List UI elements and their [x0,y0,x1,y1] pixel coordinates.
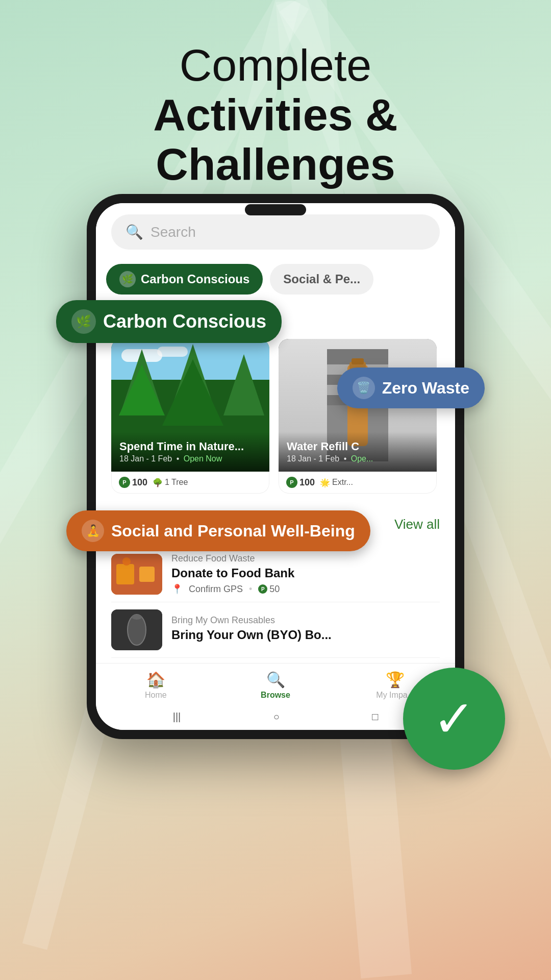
tab-carbon-label: Carbon Conscious [141,272,249,286]
app-content: 🔍 Search 🌿 Carbon Conscious Social & Pe.… [96,203,455,730]
android-back[interactable]: ||| [173,711,181,723]
gps-label: Confirm GPS [189,584,243,595]
water-card-footer: P 100 🌟 Extr... [279,472,437,494]
zero-waste-badge-label: Zero Waste [382,379,469,398]
challenge-card-nature[interactable]: Spend Time in Nature... 18 Jan - 1 Feb •… [111,339,269,494]
tree-reward-text: 1 Tree [165,478,188,487]
pts-value: 50 [269,584,280,595]
checkmark-symbol: ✓ [433,689,475,749]
activity-item-food-bank[interactable]: Reduce Food Waste Donate to Food Bank 📍 … [111,546,440,602]
activity-meta-food: 📍 Confirm GPS • P 50 [171,583,440,595]
headline-section: Complete Activities & Challenges [0,41,551,189]
points-meta: P 50 [258,584,280,595]
water-card-title: Water Refill C [287,440,429,453]
svg-point-19 [122,557,131,566]
water-points: P 100 [286,477,315,488]
activity-thumb-food [111,554,162,595]
activity-info-food: Reduce Food Waste Donate to Food Bank 📍 … [171,553,440,595]
android-home[interactable]: ○ [273,711,280,723]
tab-carbon-conscious[interactable]: 🌿 Carbon Conscious [106,264,263,295]
nav-item-home[interactable]: 🏠 Home [96,671,216,700]
phone-screen: 🔍 Search 🌿 Carbon Conscious Social & Pe.… [96,203,455,730]
android-recents[interactable]: □ [372,711,378,723]
social-badge-label: Social and Personal Well-Being [111,522,355,541]
tab-social-personal[interactable]: Social & Pe... [270,264,373,295]
svg-rect-18 [139,567,155,582]
nature-status: Open Now [184,454,222,463]
pts-icon: P [258,584,267,594]
meta-dot: • [249,584,252,595]
tree-emoji: 🌳 [153,478,163,487]
search-icon: 🔍 [126,224,143,240]
headline-text: Complete Activities & Challenges [0,41,551,189]
water-extra-text: Extr... [332,478,353,487]
challenge-card-water[interactable]: Water Refill C 18 Jan - 1 Feb • Ope... [279,339,437,494]
activity-category-food: Reduce Food Waste [171,553,440,564]
carbon-badge-icon: 🌿 [71,309,96,334]
nature-bullet: • [177,454,180,463]
nature-points-value: 100 [132,477,147,488]
svg-point-22 [132,615,142,620]
impact-nav-icon: 🏆 [386,671,405,689]
nature-card-image: Spend Time in Nature... 18 Jan - 1 Feb •… [111,339,269,472]
water-points-icon: P [286,477,297,488]
water-points-value: 100 [299,477,315,488]
tab-social-label: Social & Pe... [283,272,360,286]
browse-nav-label: Browse [261,691,290,700]
view-all-button[interactable]: View all [394,517,440,532]
checkmark-badge: ✓ [403,668,505,770]
phone-frame: 🔍 Search 🌿 Carbon Conscious Social & Pe.… [87,194,464,739]
food-thumb-svg [111,554,162,595]
activity-title-food: Donate to Food Bank [171,566,440,580]
nature-tree-reward: 🌳 1 Tree [153,478,188,487]
challenge-cards-list: Spend Time in Nature... 18 Jan - 1 Feb •… [111,339,440,494]
category-tabs: 🌿 Carbon Conscious Social & Pe... [96,259,455,302]
nature-date-text: 18 Jan - 1 Feb [119,454,172,463]
tab-carbon-icon: 🌿 [119,271,136,287]
activity-thumb-reusable [111,609,162,650]
svg-rect-15 [352,358,364,364]
nature-points: P 100 [119,477,147,488]
search-input[interactable]: 🔍 Search [111,214,440,250]
social-badge-icon: 🧘 [82,520,104,542]
zero-waste-badge-icon: 🗑️ [353,377,375,399]
nature-card-overlay: Spend Time in Nature... 18 Jan - 1 Feb •… [111,432,269,472]
water-extra: 🌟 Extr... [320,478,353,487]
extra-emoji: 🌟 [320,478,330,487]
activity-title-reusable: Bring Your Own (BYO) Bo... [171,628,440,642]
home-nav-label: Home [145,691,167,700]
phone-notch [245,204,306,215]
water-bullet: • [344,454,347,463]
headline-line3: Challenges [156,139,395,189]
browse-nav-icon: 🔍 [266,671,285,689]
nature-card-footer: P 100 🌳 1 Tree [111,472,269,494]
water-date-text: 18 Jan - 1 Feb [287,454,339,463]
badge-zero-waste: 🗑️ Zero Waste [337,368,485,408]
svg-rect-17 [116,564,134,584]
headline-line1: Complete [180,40,372,90]
nature-card-date: 18 Jan - 1 Feb • Open Now [119,454,261,463]
water-status: Ope... [351,454,373,463]
search-placeholder-text: Search [151,224,196,240]
headline-line2: Activities & [153,89,397,140]
badge-social-wellbeing: 🧘 Social and Personal Well-Being [66,510,370,551]
home-nav-icon: 🏠 [146,671,165,689]
reusable-thumb-svg [111,609,162,650]
activity-item-reusables[interactable]: Bring My Own Reusables Bring Your Own (B… [111,602,440,658]
points-icon: P [119,477,130,488]
phone-wrapper: 🌿 Carbon Conscious 🗑️ Zero Waste 🧘 Socia… [87,194,464,739]
android-nav-bar: ||| ○ □ [96,704,455,730]
gps-icon: 📍 [171,583,183,595]
carbon-badge-label: Carbon Conscious [103,311,266,332]
activity-category-reusable: Bring My Own Reusables [171,615,440,626]
water-card-date: 18 Jan - 1 Feb • Ope... [287,454,429,463]
nav-item-browse[interactable]: 🔍 Browse [216,671,336,700]
water-card-overlay: Water Refill C 18 Jan - 1 Feb • Ope... [279,432,437,472]
bottom-nav: 🏠 Home 🔍 Browse 🏆 My Impa... [96,663,455,704]
activity-info-reusable: Bring My Own Reusables Bring Your Own (B… [171,615,440,645]
nature-card-title: Spend Time in Nature... [119,440,261,453]
badge-carbon-conscious: 🌿 Carbon Conscious [56,300,282,343]
